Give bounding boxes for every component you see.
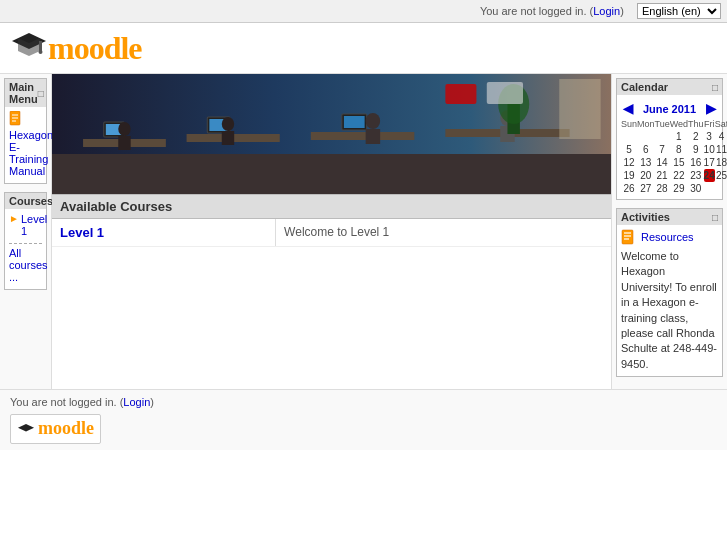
cal-day-cell [637, 130, 655, 143]
cal-day-cell [621, 130, 637, 143]
activities-title: Activities [621, 211, 670, 223]
cal-week-row: 567891011 [621, 143, 727, 156]
cal-day-cell[interactable]: 22 [670, 169, 688, 182]
cal-day-cell[interactable]: 2 [688, 130, 704, 143]
cal-day-cell[interactable]: 27 [637, 182, 655, 195]
calendar-block: Calendar □ ◀ June 2011 ▶ Sun Mon Tue Wed [616, 78, 723, 200]
cal-sun: Sun [621, 118, 637, 130]
calendar-prev-btn[interactable]: ◀ [621, 101, 635, 116]
svg-rect-33 [559, 79, 600, 139]
cal-day-cell [704, 182, 715, 195]
resources-link[interactable]: Resources [641, 231, 694, 243]
cal-day-cell[interactable]: 15 [670, 156, 688, 169]
cal-day-cell[interactable]: 25 [715, 169, 727, 182]
cal-day-cell[interactable]: 3 [704, 130, 715, 143]
available-courses-title: Available Courses [60, 199, 172, 214]
banner-svg [52, 74, 611, 194]
cal-day-cell[interactable]: 11 [715, 143, 727, 156]
svg-rect-32 [487, 82, 523, 104]
svg-point-25 [366, 113, 380, 129]
svg-point-23 [222, 117, 234, 131]
login-close-top: ) [620, 5, 624, 17]
not-logged-text: You are not logged in. ( [480, 5, 593, 17]
courses-body: ► Level 1 All courses ... [5, 209, 46, 289]
main-menu-header: Main Menu □ [5, 79, 46, 107]
cal-week-row: 1234 [621, 130, 727, 143]
course-link-level1[interactable]: Level 1 [21, 213, 47, 237]
main-menu-block: Main Menu □ Hexagon E-Training Manual [4, 78, 47, 184]
activities-toggle[interactable]: □ [712, 212, 718, 223]
cal-day-cell[interactable]: 28 [655, 182, 670, 195]
cal-day-cell[interactable]: 23 [688, 169, 704, 182]
footer-login-link[interactable]: Login [123, 396, 150, 408]
cal-day-cell[interactable]: 16 [688, 156, 704, 169]
cal-day-cell[interactable]: 12 [621, 156, 637, 169]
cal-week-row: 19202122232425 [621, 169, 727, 182]
top-bar: You are not logged in. (Login) English (… [0, 0, 727, 23]
document-icon [9, 111, 23, 127]
main-menu-toggle[interactable]: □ [38, 88, 44, 99]
banner-scene [52, 74, 611, 194]
cal-day-cell[interactable]: 20 [637, 169, 655, 182]
cal-week-row: 2627282930 [621, 182, 727, 195]
cal-day-cell[interactable]: 18 [715, 156, 727, 169]
cal-day-cell[interactable]: 8 [670, 143, 688, 156]
resources-icon [621, 229, 637, 245]
calendar-toggle[interactable]: □ [712, 82, 718, 93]
cal-day-cell[interactable]: 4 [715, 130, 727, 143]
course-level1-link[interactable]: Level 1 [60, 225, 104, 240]
courses-block: Courses □ ► Level 1 All courses ... [4, 192, 47, 290]
activity-item-resources: Resources [621, 229, 718, 245]
table-row: Level 1 Welcome to Level 1 [52, 219, 611, 247]
main-content: Available Courses Level 1 Welcome to Lev… [52, 74, 612, 389]
cal-day-cell[interactable]: 19 [621, 169, 637, 182]
left-sidebar: Main Menu □ Hexagon E-Training Manual Co… [0, 74, 52, 389]
cal-day-cell[interactable]: 10 [704, 143, 715, 156]
main-menu-link[interactable]: Hexagon E-Training Manual [9, 129, 42, 177]
calendar-header: Calendar □ [617, 79, 722, 95]
cal-day-cell[interactable]: 17 [704, 156, 715, 169]
svg-marker-38 [18, 424, 34, 432]
courses-table: Level 1 Welcome to Level 1 [52, 219, 611, 247]
svg-rect-20 [344, 116, 365, 128]
footer-hat-icon [17, 422, 35, 440]
login-link-top[interactable]: Login [593, 5, 620, 17]
cal-fri: Fri [704, 118, 715, 130]
dashed-line [9, 243, 42, 244]
cal-day-cell[interactable]: 9 [688, 143, 704, 156]
cal-day-cell[interactable]: 1 [670, 130, 688, 143]
cal-day-cell[interactable]: 7 [655, 143, 670, 156]
cal-day-cell[interactable]: 14 [655, 156, 670, 169]
cal-day-cell[interactable]: 26 [621, 182, 637, 195]
language-select[interactable]: English (en) Français (fr) Español (es) [637, 3, 721, 19]
cal-day-cell[interactable]: 24 [704, 169, 715, 182]
main-layout: Main Menu □ Hexagon E-Training Manual Co… [0, 74, 727, 389]
footer-logo-text: moodle [38, 418, 94, 438]
cal-wed: Wed [670, 118, 688, 130]
svg-rect-10 [52, 164, 611, 194]
calendar-next-btn[interactable]: ▶ [704, 101, 718, 116]
activities-description: Welcome to Hexagon University! To enroll… [621, 249, 718, 372]
main-menu-label: Main Menu [9, 81, 38, 105]
course-arrow-icon: ► [9, 213, 19, 224]
all-courses-link[interactable]: All courses ... [9, 247, 42, 283]
courses-header: Courses □ [5, 193, 46, 209]
svg-rect-31 [445, 84, 476, 104]
cal-day-cell[interactable]: 30 [688, 182, 704, 195]
svg-rect-26 [366, 129, 380, 144]
main-menu-body: Hexagon E-Training Manual [5, 107, 46, 183]
footer-not-logged: You are not logged in. ( [10, 396, 123, 408]
cal-day-cell [655, 130, 670, 143]
svg-rect-22 [118, 136, 130, 150]
cal-day-cell[interactable]: 13 [637, 156, 655, 169]
course-item-level1: ► Level 1 [9, 213, 42, 239]
cal-day-cell[interactable]: 6 [637, 143, 655, 156]
cal-day-cell[interactable]: 21 [655, 169, 670, 182]
cal-day-cell[interactable]: 29 [670, 182, 688, 195]
cal-day-cell[interactable]: 5 [621, 143, 637, 156]
calendar-month: June 2011 [643, 103, 696, 115]
svg-point-3 [39, 50, 43, 54]
courses-label: Courses [9, 195, 53, 207]
logo-text: moodle [48, 30, 142, 67]
cal-mon: Mon [637, 118, 655, 130]
